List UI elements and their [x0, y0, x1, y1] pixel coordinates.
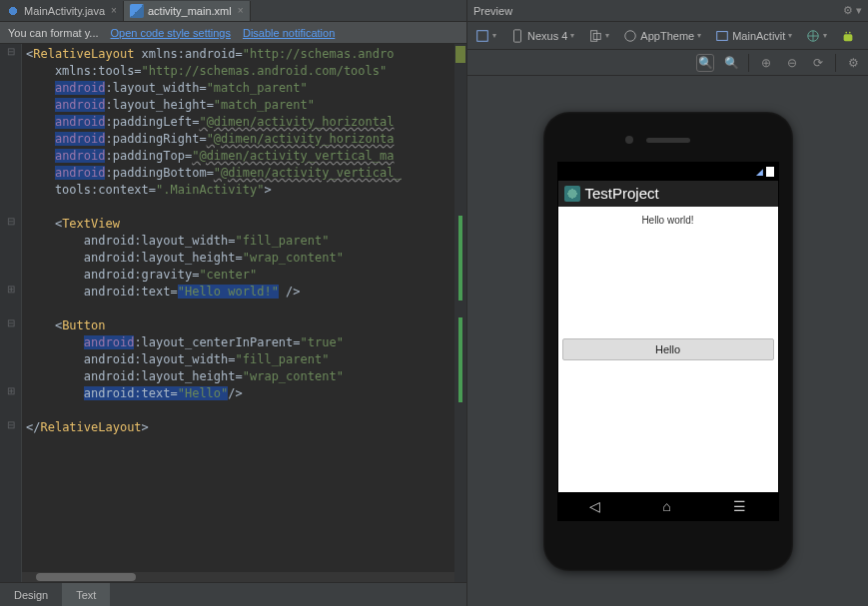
- android-statusbar: ◢: [558, 163, 778, 181]
- render-config-dropdown[interactable]: ▾: [471, 27, 500, 45]
- battery-icon: [766, 167, 774, 177]
- tab-label: MainActivity.java: [24, 5, 105, 17]
- close-icon[interactable]: ×: [238, 5, 244, 16]
- svg-rect-0: [477, 30, 488, 41]
- textview-hello: Hello world!: [558, 207, 778, 226]
- refresh-icon[interactable]: ⟳: [809, 54, 827, 72]
- activity-dropdown[interactable]: MainActivit▾: [711, 27, 796, 45]
- preview-header: Preview ⚙ ▾: [467, 0, 868, 22]
- device-frame: ◢ TestProject Hello world! Hello ◁ ⌂ ☰: [543, 112, 793, 571]
- open-code-style-link[interactable]: Open code style settings: [111, 27, 231, 39]
- tab-text[interactable]: Text: [62, 583, 110, 606]
- svg-point-4: [625, 30, 636, 41]
- svg-rect-7: [844, 34, 853, 41]
- home-icon[interactable]: ⌂: [662, 498, 670, 514]
- device-screen: ◢ TestProject Hello world! Hello ◁ ⌂ ☰: [557, 162, 779, 521]
- zoom-in-icon[interactable]: ⊕: [757, 54, 775, 72]
- svg-rect-5: [717, 31, 728, 40]
- app-content: Hello world! Hello: [558, 207, 778, 492]
- editor-gutter: ⊟ ⊟⊞⊟⊞⊟: [0, 44, 22, 582]
- tab-design[interactable]: Design: [0, 583, 62, 606]
- device-dropdown[interactable]: Nexus 4▾: [506, 27, 578, 45]
- tab-activity-main-xml[interactable]: activity_main.xml ×: [124, 1, 251, 21]
- button-hello[interactable]: Hello: [562, 338, 774, 360]
- code-content[interactable]: <RelativeLayout xmlns:android="http://sc…: [22, 44, 454, 582]
- notification-text: You can format y...: [8, 27, 99, 39]
- locale-dropdown[interactable]: ▾: [802, 27, 831, 45]
- preview-canvas[interactable]: ◢ TestProject Hello world! Hello ◁ ⌂ ☰: [467, 76, 868, 606]
- editor-tabs: MainActivity.java × activity_main.xml ×: [0, 0, 466, 22]
- speaker-slot: [646, 138, 690, 143]
- camera-dot: [625, 136, 633, 144]
- svg-rect-1: [514, 29, 521, 41]
- preview-title: Preview: [473, 5, 512, 17]
- preview-zoom-toolbar: 🔍 🔍 ⊕ ⊖ ⟳ ⚙: [467, 50, 868, 76]
- settings-icon[interactable]: ⚙: [844, 54, 862, 72]
- zoom-actual-icon[interactable]: 🔍: [722, 54, 740, 72]
- back-icon[interactable]: ◁: [589, 498, 600, 514]
- app-title: TestProject: [585, 185, 659, 202]
- theme-dropdown[interactable]: AppTheme▾: [619, 27, 705, 45]
- disable-notification-link[interactable]: Disable notification: [243, 27, 335, 39]
- svg-point-8: [846, 31, 848, 33]
- code-editor[interactable]: ⊟ ⊟⊞⊟⊞⊟ <RelativeLayout xmlns:android="h…: [0, 44, 466, 582]
- zoom-fit-icon[interactable]: 🔍: [696, 54, 714, 72]
- tab-label: activity_main.xml: [148, 5, 232, 17]
- gear-icon[interactable]: ⚙ ▾: [843, 4, 862, 17]
- preview-toolbar: ▾ Nexus 4▾ ▾ AppTheme▾ MainActivit▾ ▾: [467, 22, 868, 50]
- xml-file-icon: [130, 4, 144, 18]
- android-navbar: ◁ ⌂ ☰: [558, 492, 778, 520]
- zoom-out-icon[interactable]: ⊖: [783, 54, 801, 72]
- close-icon[interactable]: ×: [111, 5, 117, 16]
- java-file-icon: [6, 4, 20, 18]
- tab-mainactivity-java[interactable]: MainActivity.java ×: [0, 1, 124, 21]
- svg-point-9: [849, 31, 851, 33]
- notification-bar: You can format y... Open code style sett…: [0, 22, 466, 44]
- orientation-dropdown[interactable]: ▾: [584, 27, 613, 45]
- editor-bottom-tabs: Design Text: [0, 582, 466, 606]
- marker-bar: [454, 44, 466, 582]
- horizontal-scrollbar[interactable]: [22, 572, 454, 582]
- android-version-dropdown[interactable]: [837, 27, 859, 45]
- signal-icon: ◢: [756, 167, 763, 177]
- recents-icon[interactable]: ☰: [733, 498, 746, 514]
- app-actionbar: TestProject: [558, 181, 778, 207]
- app-icon: [564, 186, 580, 202]
